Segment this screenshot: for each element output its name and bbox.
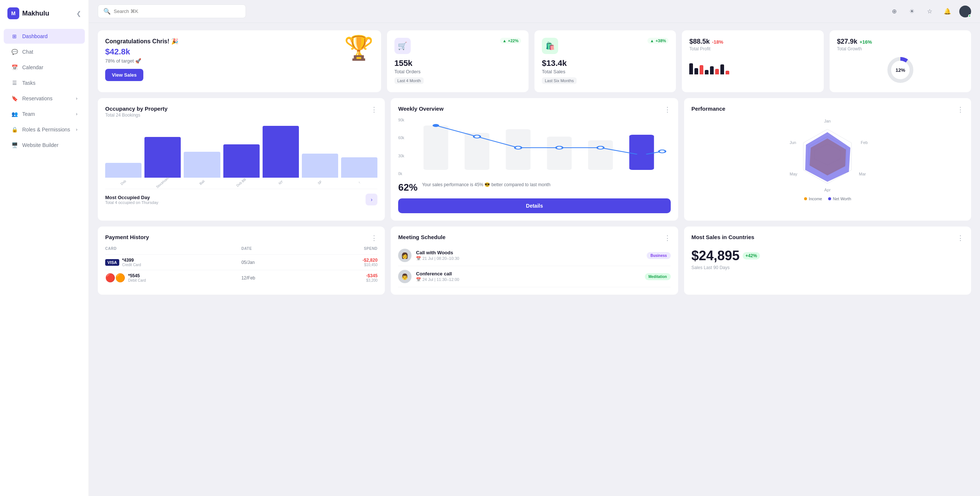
sidebar-item-reservations[interactable]: 🔖 Reservations ›: [4, 91, 85, 106]
meeting-info: Conference call 📅 24 Jul | 11:30–12:00: [416, 271, 640, 282]
bar-dxbbb: Dxb BB: [223, 144, 259, 184]
payment-menu[interactable]: ⋮: [371, 234, 377, 242]
chart-more-button[interactable]: ›: [366, 193, 377, 206]
performance-menu[interactable]: ⋮: [957, 106, 964, 114]
profit-amount: $88.5k: [689, 38, 710, 46]
meeting-time: 📅 24 Jul | 11:30–12:00: [416, 277, 640, 282]
app-name: Makhulu: [22, 10, 49, 17]
avatar[interactable]: [959, 6, 971, 17]
lock-icon: 🔒: [11, 126, 18, 133]
congrats-amount: $42.8k: [105, 47, 374, 57]
meeting-time: 📅 21 Jul | 08:20–10:30: [416, 256, 642, 261]
sidebar-item-tasks[interactable]: ☰ Tasks: [4, 76, 85, 90]
svg-text:Mar: Mar: [859, 172, 866, 176]
sidebar-item-label: Reservations: [22, 95, 52, 101]
table-row: 🔴🟠 *5545 Debit Card 12/Feb -$345 $3,200: [105, 270, 377, 285]
networth-dot: [828, 197, 831, 200]
svg-point-10: [474, 135, 480, 138]
header-icons: ⊕ ☀ ☆ 🔔: [888, 6, 971, 17]
card-type: Debit Card: [128, 278, 146, 282]
view-sales-button[interactable]: View Sales: [105, 69, 143, 81]
occupancy-footer: Most Occupied Day Total 4 occupied on Th…: [105, 189, 377, 206]
bell-icon[interactable]: 🔔: [942, 6, 953, 17]
profit-bar: [689, 63, 693, 74]
sidebar-item-website[interactable]: 🖥️ Website Builder: [4, 138, 85, 152]
svg-text:Jun: Jun: [790, 140, 796, 145]
star-icon[interactable]: ☆: [924, 6, 935, 17]
profit-bar: [700, 65, 703, 74]
card-info: VISA *4399 Credit Card: [105, 258, 239, 267]
sun-icon[interactable]: ☀: [906, 6, 918, 17]
svg-rect-6: [547, 136, 572, 170]
orders-period: Last 4 Month: [395, 78, 424, 84]
sidebar-item-label: Calendar: [22, 64, 43, 70]
main-content: 🔍 ⊕ ☀ ☆ 🔔 Congratulations Chris! 🎉 $42.8…: [89, 0, 980, 496]
header: 🔍 ⊕ ☀ ☆ 🔔: [89, 0, 980, 23]
footer-title: Most Occupied Day: [105, 195, 159, 200]
meeting-menu[interactable]: ⋮: [664, 234, 671, 242]
profit-bar: [721, 64, 724, 75]
performance-text: Your sales performance is 45% 😎 better c…: [422, 182, 550, 188]
svg-point-9: [433, 124, 439, 127]
meeting-name: Call with Woods: [416, 250, 642, 255]
footer-sub: Total 4 occupied on Thursday: [105, 200, 159, 205]
y-label: 0k: [398, 172, 404, 176]
profit-bar: [694, 68, 698, 75]
meeting-item: 👩 Call with Woods 📅 21 Jul | 08:20–10:30…: [398, 245, 670, 266]
bar-value: [302, 154, 338, 177]
weekly-menu[interactable]: ⋮: [664, 106, 671, 114]
chevron-right-icon: ›: [76, 96, 77, 101]
profit-card: $88.5k -18% Total Profit: [682, 30, 823, 92]
sidebar-item-label: Website Builder: [22, 142, 59, 148]
bottom-row: Payment History ⋮ CARD DATE SPEND VISA *…: [98, 227, 971, 295]
payment-title: Payment History: [105, 234, 149, 240]
bar-other: ↑: [341, 157, 377, 184]
most-sales-pct: +42%: [743, 252, 760, 260]
bar-label: SF: [317, 179, 323, 185]
collapse-sidebar-button[interactable]: ❮: [76, 10, 81, 17]
meeting-schedule-card: Meeting Schedule ⋮ 👩 Call with Woods 📅 2…: [391, 227, 678, 295]
payment-date: 12/Feb: [242, 276, 308, 280]
monitor-icon: 🖥️: [11, 142, 18, 149]
weekly-chart: [407, 118, 670, 177]
occupancy-menu[interactable]: ⋮: [371, 106, 377, 114]
details-button[interactable]: Details: [398, 198, 670, 213]
logo-icon: M: [7, 7, 19, 19]
search-input[interactable]: [114, 8, 240, 14]
svg-point-12: [556, 146, 563, 149]
sidebar-item-roles[interactable]: 🔒 Roles & Permissions ›: [4, 122, 85, 137]
svg-rect-8: [630, 135, 654, 170]
congrats-title: Congratulations Chris! 🎉: [105, 38, 374, 45]
search-icon: 🔍: [103, 8, 111, 15]
bar-label: Dxb BB: [236, 177, 247, 187]
growth-donut: 12%: [837, 55, 964, 85]
performance-pct: 62%: [398, 182, 417, 193]
income-legend: Income: [804, 196, 822, 201]
sidebar-item-dashboard[interactable]: ⊞ Dashboard: [4, 29, 85, 44]
trophy-icon: 🏆: [344, 34, 374, 62]
orders-label: Total Orders: [395, 69, 521, 74]
sidebar-item-chat[interactable]: 💬 Chat: [4, 44, 85, 59]
sidebar-item-team[interactable]: 👥 Team ›: [4, 106, 85, 121]
most-sales-menu[interactable]: ⋮: [957, 234, 964, 242]
translate-icon[interactable]: ⊕: [888, 6, 900, 17]
svg-text:12%: 12%: [896, 67, 905, 73]
sidebar-item-calendar[interactable]: 📅 Calendar: [4, 60, 85, 75]
search-bar[interactable]: 🔍: [98, 5, 246, 18]
orders-value: 155k: [395, 59, 521, 68]
meeting-avatar: 👩: [398, 249, 412, 262]
bar-label: Bali: [199, 179, 205, 185]
most-sales-amount-row: $24,895 +42%: [692, 248, 964, 263]
most-sales-sub: Sales Last 90 Days: [692, 265, 964, 270]
growth-label: Total Growth: [837, 46, 964, 51]
bookmark-icon: 🔖: [11, 95, 18, 102]
grid-icon: ⊞: [11, 33, 18, 40]
total-orders-card: ▲ +22% 🛒 155k Total Orders Last 4 Month: [387, 30, 528, 92]
meeting-badge: Business: [647, 252, 670, 259]
bar-dxb: Dxb: [105, 163, 142, 184]
sidebar-item-label: Tasks: [22, 80, 35, 86]
calendar-icon: 📅: [11, 64, 18, 71]
orders-icon: 🛒: [395, 38, 411, 54]
dashboard-content: Congratulations Chris! 🎉 $42.8k 78% of t…: [89, 23, 980, 496]
bar-label: NY: [278, 179, 284, 185]
